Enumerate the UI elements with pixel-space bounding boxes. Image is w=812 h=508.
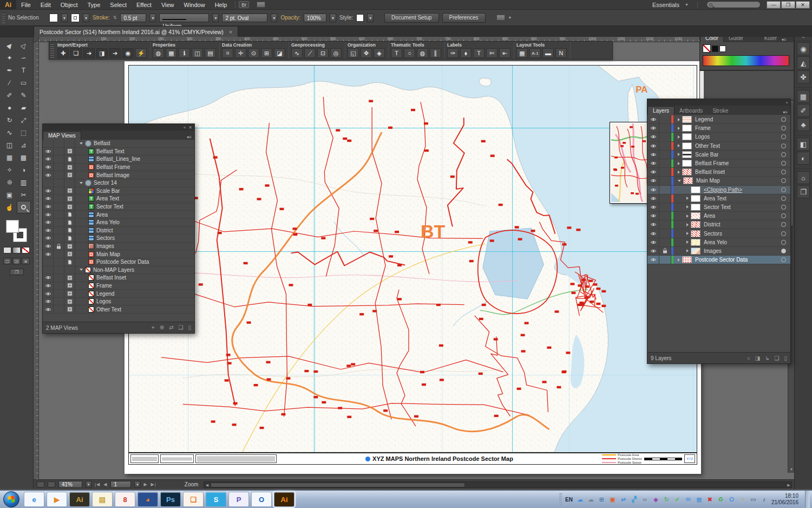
map-views-row[interactable]: Main Map <box>43 250 194 258</box>
none-color-swatch[interactable] <box>703 44 711 53</box>
lock-toggle[interactable] <box>54 164 64 171</box>
lock-toggle[interactable] <box>54 187 64 195</box>
map-views-row[interactable]: Sectors <box>43 235 194 243</box>
scroll-right-arrow[interactable]: ▶ <box>786 483 791 487</box>
edit-indicator[interactable] <box>64 243 75 250</box>
lock-toggle[interactable] <box>54 140 64 147</box>
visibility-toggle[interactable] <box>43 250 54 258</box>
layer-row[interactable]: Scale Bar <box>647 151 790 159</box>
lock-toggle[interactable] <box>54 290 64 297</box>
multiple-import-icon[interactable]: ❏ <box>70 48 82 58</box>
visibility-toggle[interactable] <box>43 211 54 218</box>
insert-text-icon[interactable]: ⇤ <box>499 48 510 58</box>
target-circle[interactable] <box>781 144 786 148</box>
edit-indicator[interactable] <box>64 211 75 218</box>
swatches-panel-icon[interactable]: ▦ <box>797 90 810 103</box>
opacity-dropdown[interactable]: ▼ <box>330 14 336 22</box>
mesh-tool[interactable]: ▦ <box>3 151 17 164</box>
line-segment-tool[interactable]: ∕ <box>3 76 17 89</box>
target-circle[interactable] <box>781 170 786 174</box>
map-views-row[interactable]: Belfast Image <box>43 171 194 179</box>
map-views-row[interactable]: Logos <box>43 298 194 306</box>
visibility-toggle[interactable] <box>43 140 54 147</box>
chart-theme-icon[interactable]: ◍ <box>417 48 428 58</box>
lasso-tool[interactable]: ∽ <box>17 51 31 64</box>
brush-field[interactable]: 2 pt. Oval <box>222 14 267 22</box>
visibility-toggle[interactable] <box>43 266 54 274</box>
expand-arrow[interactable] <box>686 197 689 200</box>
stroke-weight-dropdown[interactable]: ▼ <box>149 14 156 22</box>
edit-indicator[interactable] <box>64 171 75 179</box>
paintbrush-tool[interactable]: ✐ <box>3 89 17 101</box>
width-profile-field[interactable]: Uniform <box>159 14 209 22</box>
lock-toggle[interactable] <box>54 258 64 266</box>
zoom-dropdown[interactable]: ▼ <box>86 481 91 488</box>
target-circle[interactable] <box>781 161 786 166</box>
map-views-row[interactable]: Images <box>43 243 194 251</box>
edit-indicator[interactable] <box>64 258 75 266</box>
visibility-toggle[interactable] <box>43 235 54 242</box>
target-circle[interactable] <box>781 126 786 131</box>
visibility-toggle[interactable] <box>43 187 54 195</box>
artboard-page[interactable]: BT PA <box>125 61 701 474</box>
map-views-row[interactable]: Other Text <box>43 305 194 314</box>
lock-toggle[interactable] <box>54 148 64 155</box>
brush-dropdown[interactable]: ▼ <box>271 14 277 22</box>
spec-sheet-icon[interactable]: ▤ <box>205 48 216 58</box>
symbols-panel-icon[interactable]: ♣ <box>797 118 810 131</box>
map-info-icon[interactable]: ℹ <box>179 48 190 58</box>
clock[interactable]: 18:10 21/06/2016 <box>771 493 802 506</box>
edit-indicator[interactable] <box>64 282 75 290</box>
locate-icon[interactable]: ⌖ <box>152 324 155 331</box>
pen-tool[interactable]: ✒ <box>3 64 17 76</box>
edit-indicator[interactable] <box>64 179 75 187</box>
visibility-toggle[interactable] <box>647 186 659 194</box>
type-tool[interactable]: T <box>17 64 31 76</box>
visibility-toggle[interactable] <box>43 258 54 266</box>
fill-proxy[interactable] <box>6 220 19 233</box>
index-a1-icon[interactable]: A-1 <box>529 48 541 58</box>
lock-toggle[interactable] <box>659 194 671 203</box>
perspective-grid-tool[interactable]: ⊿ <box>17 139 31 151</box>
fill-stroke-control[interactable] <box>6 220 28 243</box>
ruler-corner[interactable] <box>34 37 39 42</box>
target-circle[interactable] <box>781 178 786 183</box>
fill-swatch[interactable] <box>49 14 58 22</box>
lock-toggle[interactable] <box>659 229 671 237</box>
expand-arrow[interactable] <box>678 144 680 147</box>
layer-row[interactable]: Legend <box>647 115 790 124</box>
tray-grip[interactable] <box>559 493 562 505</box>
delete-icon[interactable]: ▯ <box>188 324 191 331</box>
attribute-table-icon[interactable]: ▦ <box>166 48 177 58</box>
lock-toggle[interactable] <box>54 171 64 179</box>
media-player-taskbar-button[interactable]: ▶ <box>47 492 67 507</box>
edit-indicator[interactable] <box>64 274 75 282</box>
scale-map-icon[interactable]: ◱ <box>348 48 359 58</box>
scale-bar-icon[interactable]: ▬ <box>542 48 554 58</box>
visibility-toggle[interactable] <box>43 171 54 179</box>
swap-icon[interactable]: ⇄ <box>169 324 173 331</box>
scrollbar-thumb[interactable] <box>211 483 465 487</box>
map-views-row[interactable]: Belfast_Lines_line <box>43 155 194 164</box>
export-icon[interactable]: ➜ <box>83 48 95 58</box>
edit-indicator[interactable] <box>64 164 75 171</box>
edit-indicator[interactable] <box>64 266 75 274</box>
lock-toggle[interactable] <box>659 256 671 264</box>
status-icon[interactable] <box>48 481 55 487</box>
visibility-toggle[interactable] <box>43 298 54 305</box>
brushes-panel-icon[interactable]: ✐ <box>797 104 810 117</box>
internet-explorer-taskbar-button[interactable]: e <box>24 492 44 507</box>
expand-arrow[interactable] <box>686 205 689 209</box>
ccs-app-tray-icon[interactable]: ▦ <box>695 496 703 504</box>
expand-arrow[interactable] <box>678 127 680 130</box>
expand-arrow[interactable] <box>80 269 83 271</box>
target-circle[interactable] <box>781 249 786 253</box>
visibility-toggle[interactable] <box>43 164 54 171</box>
create-feature-icon[interactable]: ⌗ <box>222 48 233 58</box>
artboard-number-field[interactable]: 1 <box>110 481 131 488</box>
belfast-inset[interactable] <box>610 122 652 204</box>
zoom-level-field[interactable]: 41% <box>58 481 82 488</box>
white-swatch[interactable] <box>719 45 726 52</box>
map-views-row[interactable]: Legend <box>43 290 194 298</box>
lock-toggle[interactable] <box>659 177 671 185</box>
